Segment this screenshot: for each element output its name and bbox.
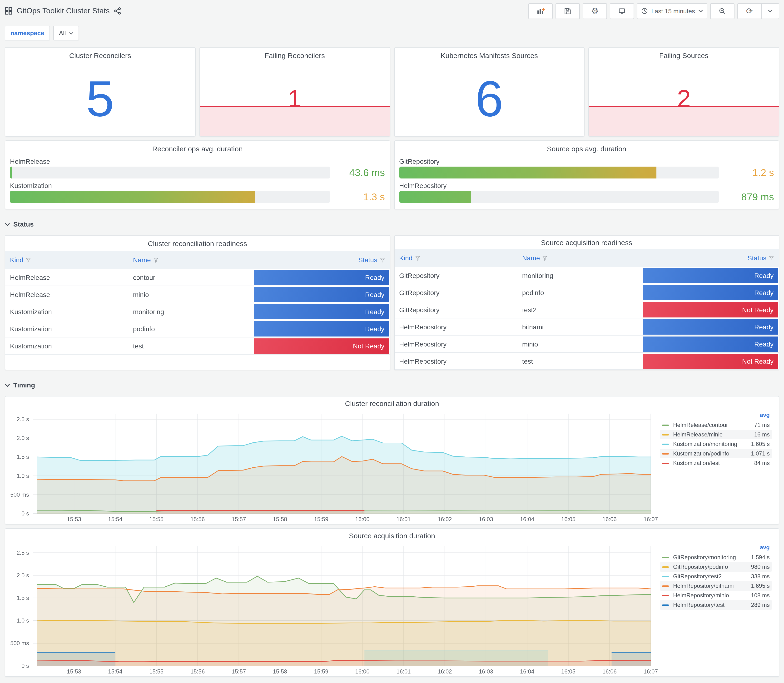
add-panel-button[interactable]: [528, 3, 553, 19]
svg-text:15:58: 15:58: [273, 668, 287, 675]
chart-panel-cluster-reconciliation-duration: Cluster reconciliation duration 15:5315:…: [5, 396, 779, 524]
share-icon[interactable]: [114, 7, 122, 15]
series-avg-value: 84 ms: [754, 460, 770, 467]
filter-funnel-icon: [26, 258, 31, 263]
panel-title[interactable]: Kubernetes Manifests Sources: [394, 48, 584, 61]
time-series-plot[interactable]: 15:5315:5415:5515:5615:5715:5815:5916:00…: [8, 408, 656, 523]
stat-value: 1: [288, 86, 301, 111]
column-header-kind[interactable]: Kind: [5, 251, 128, 269]
column-header-status[interactable]: Status: [253, 251, 390, 269]
series-avg-value: 108 ms: [751, 592, 770, 599]
table-body: GitRepositorymonitoringReadyGitRepositor…: [394, 267, 779, 370]
time-range-label: Last 15 minutes: [651, 7, 695, 14]
filter-funnel-icon: [415, 256, 420, 261]
legend-avg-header[interactable]: avg: [660, 544, 772, 553]
svg-text:15:56: 15:56: [191, 668, 205, 675]
cell-name: contour: [128, 269, 253, 286]
table-row: GitRepositorypodinfoReady: [394, 284, 779, 301]
dashboard-header: GitOps Toolkit Cluster Stats ⚙: [5, 0, 779, 22]
svg-text:15:59: 15:59: [314, 516, 328, 523]
legend-item[interactable]: HelmRepository/minio108 ms: [660, 591, 772, 600]
panel-title[interactable]: Cluster reconciliation duration: [5, 396, 779, 408]
series-color-marker: [662, 434, 669, 435]
cell-kind: HelmRelease: [5, 269, 128, 286]
series-color-marker: [662, 604, 669, 606]
gauge-row: GitRepository1.2 s: [399, 157, 774, 178]
status-badge: Ready: [254, 269, 389, 285]
legend-avg-header[interactable]: avg: [660, 412, 772, 420]
cell-name: minio: [128, 286, 253, 303]
legend-item[interactable]: HelmRepository/test289 ms: [660, 600, 772, 610]
refresh-interval-dropdown[interactable]: [762, 3, 779, 19]
dashboard-grid-icon[interactable]: [5, 7, 12, 15]
cell-kind: HelmRepository: [394, 318, 518, 335]
panel-title[interactable]: Failing Reconcilers: [200, 48, 390, 61]
status-badge: Not Ready: [643, 302, 778, 317]
legend-item[interactable]: HelmRelease/minio16 ms: [660, 430, 772, 439]
series-color-marker: [662, 453, 669, 454]
legend-item[interactable]: HelmRelease/contour71 ms: [660, 420, 772, 430]
column-header-name[interactable]: Name: [518, 249, 642, 267]
legend-item[interactable]: Kustomization/monitoring1.605 s: [660, 439, 772, 449]
svg-text:500 ms: 500 ms: [10, 491, 29, 498]
legend-item[interactable]: GitRepository/podinfo980 ms: [660, 562, 772, 572]
panel-title[interactable]: Source ops avg. duration: [394, 141, 779, 154]
svg-text:15:54: 15:54: [108, 668, 122, 675]
cell-name: bitnami: [518, 318, 642, 335]
stat-panel-failing-reconcilers: Failing Reconcilers 1: [199, 47, 390, 136]
stat-panel-failing-sources: Failing Sources 2: [588, 47, 779, 136]
gauge-label: HelmRelease: [10, 157, 385, 165]
cell-status: Ready: [642, 267, 779, 284]
svg-text:16:02: 16:02: [438, 516, 452, 523]
save-dashboard-button[interactable]: [556, 3, 580, 19]
legend-item[interactable]: Kustomization/test84 ms: [660, 459, 772, 468]
legend-item[interactable]: GitRepository/monitoring1.594 s: [660, 553, 772, 562]
gauge-fill: [399, 167, 656, 178]
panel-title[interactable]: Cluster Reconcilers: [5, 48, 195, 61]
column-header-kind[interactable]: Kind: [394, 249, 518, 267]
variable-value-dropdown[interactable]: All: [53, 26, 79, 40]
gauge-fill: [399, 191, 471, 203]
panel-title[interactable]: Failing Sources: [589, 48, 779, 61]
column-header-name[interactable]: Name: [128, 251, 253, 269]
svg-text:16:03: 16:03: [479, 516, 493, 523]
panel-title[interactable]: Reconciler ops avg. duration: [5, 141, 390, 154]
zoom-out-icon: [719, 7, 726, 14]
time-range-picker[interactable]: Last 15 minutes: [637, 3, 707, 19]
series-name: Kustomization/test: [673, 460, 754, 467]
legend-item[interactable]: GitRepository/test2338 ms: [660, 572, 772, 581]
series-avg-value: 1.594 s: [751, 554, 770, 561]
refresh-button[interactable]: ⟳: [738, 3, 762, 19]
cycle-view-mode-button[interactable]: [610, 3, 634, 19]
table-row: GitRepositorytest2Not Ready: [394, 301, 779, 318]
svg-text:2.5 s: 2.5 s: [17, 550, 29, 556]
svg-text:1.0 s: 1.0 s: [17, 617, 29, 624]
legend-item[interactable]: Kustomization/podinfo1.071 s: [660, 449, 772, 459]
chart-row-2: Source acquisition duration 15:5315:5415…: [5, 528, 779, 677]
panel-title[interactable]: Source acquisition readiness: [394, 236, 779, 247]
gauge-panel-source-ops: Source ops avg. duration GitRepository1.…: [394, 140, 779, 209]
svg-text:16:01: 16:01: [396, 516, 411, 523]
legend-item[interactable]: HelmRepository/bitnami1.695 s: [660, 581, 772, 591]
panel-title[interactable]: Source acquisition duration: [5, 529, 779, 540]
panel-title[interactable]: Cluster reconciliation readiness: [5, 236, 390, 249]
time-series-plot[interactable]: 15:5315:5415:5515:5615:5715:5815:5916:00…: [8, 540, 656, 675]
table-row: KustomizationmonitoringReady: [5, 303, 390, 320]
gauge-panel-reconciler-ops: Reconciler ops avg. duration HelmRelease…: [5, 140, 390, 209]
series-color-marker: [662, 443, 669, 445]
section-header-status[interactable]: Status: [5, 213, 779, 235]
svg-text:15:56: 15:56: [191, 516, 205, 523]
cell-name: monitoring: [128, 303, 253, 320]
cell-status: Ready: [642, 335, 779, 353]
zoom-out-time-button[interactable]: [710, 3, 734, 19]
column-header-status[interactable]: Status: [642, 249, 779, 267]
dashboard-root: GitOps Toolkit Cluster Stats ⚙: [0, 0, 784, 683]
dashboard-settings-button[interactable]: ⚙: [583, 3, 607, 19]
filter-funnel-icon: [542, 256, 548, 261]
section-header-timing[interactable]: Timing: [5, 374, 779, 396]
series-color-marker: [662, 576, 669, 577]
table-row: HelmReleasecontourReady: [5, 269, 390, 286]
filter-funnel-icon: [380, 258, 385, 263]
cell-status: Not Ready: [642, 353, 779, 370]
cell-kind: GitRepository: [394, 284, 518, 301]
